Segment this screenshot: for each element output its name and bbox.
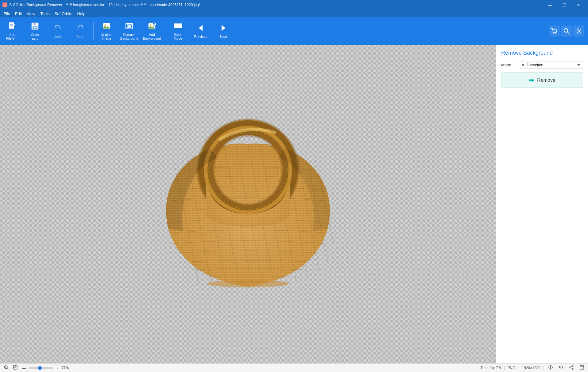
svg-line-30	[567, 32, 570, 34]
panel-title: Remove Background	[501, 50, 583, 56]
menu-help[interactable]: Help	[75, 11, 88, 17]
svg-point-15	[128, 25, 131, 28]
fullscreen-button[interactable]	[578, 364, 586, 371]
svg-marker-26	[222, 25, 225, 31]
status-bar-left: — + 77%	[2, 364, 72, 371]
redo-label: Redo	[76, 35, 84, 38]
next-label: Next	[220, 35, 227, 38]
svg-point-17	[150, 24, 152, 26]
svg-marker-25	[199, 25, 203, 31]
search-button[interactable]	[561, 25, 572, 37]
original-image-icon	[102, 22, 111, 32]
settings-button[interactable]	[573, 25, 584, 37]
original-image-label: Original Image	[101, 33, 112, 40]
add-file-icon	[8, 22, 17, 32]
zoom-out-button[interactable]: —	[21, 365, 28, 371]
zoom-slider-container: — +	[21, 365, 60, 371]
menu-bar: File Edit View Tools SoftOrbits Help	[0, 10, 588, 17]
title-bar-title: SoftOrbits Background Remover - ****Unre…	[9, 3, 200, 7]
zoom-level-label: 77%	[61, 366, 72, 370]
status-sep-2	[519, 366, 519, 370]
svg-rect-24	[178, 23, 182, 24]
batch-mode-label: Batch Mode	[174, 33, 182, 40]
main-content: Remove Background Mode AI Detection Colo…	[0, 45, 588, 363]
status-sep-1	[504, 366, 505, 370]
dimensions-label: 1920×1280	[522, 366, 540, 370]
svg-line-60	[7, 368, 8, 370]
save-as-button[interactable]: Save as...	[24, 19, 46, 43]
status-bar: — + 77% Time (s): 7.9 PNG 1920×1280	[0, 363, 588, 372]
zoom-fit-button[interactable]	[2, 364, 10, 371]
svg-rect-0	[9, 22, 14, 29]
menu-edit[interactable]: Edit	[13, 11, 24, 17]
redo-icon	[76, 24, 85, 33]
remove-background-icon	[125, 22, 133, 32]
menu-view[interactable]: View	[24, 11, 38, 17]
redo-button[interactable]: Redo	[69, 19, 91, 43]
save-as-label: Save as...	[31, 33, 39, 40]
svg-point-68	[572, 365, 573, 366]
svg-line-72	[571, 368, 572, 369]
canvas-area[interactable]	[0, 45, 496, 363]
image-canvas	[150, 108, 346, 300]
next-icon	[219, 24, 228, 33]
svg-point-67	[550, 366, 551, 367]
add-file-button[interactable]: Add File(s)...	[1, 19, 23, 43]
toolbar: Add File(s)... Save as... Undo	[0, 17, 588, 45]
menu-tools[interactable]: Tools	[38, 11, 52, 17]
add-background-label: Add Background	[143, 33, 161, 40]
batch-mode-icon	[174, 22, 182, 32]
previous-icon	[196, 24, 205, 33]
svg-point-27	[553, 33, 554, 34]
maximize-button[interactable]: ❐	[557, 0, 571, 10]
svg-point-69	[572, 368, 573, 370]
refresh-button[interactable]	[557, 364, 565, 371]
close-button[interactable]: ✕	[571, 0, 586, 10]
svg-rect-9	[34, 27, 36, 28]
previous-button[interactable]: Previous	[190, 19, 212, 43]
zoom-in-button[interactable]: +	[55, 365, 60, 371]
title-bar-left: SoftOrbits Background Remover - ****Unre…	[2, 2, 200, 7]
svg-rect-21	[174, 24, 178, 28]
time-label: Time (s): 7.9	[481, 366, 501, 370]
add-file-label: Add File(s)...	[6, 33, 18, 40]
remove-background-button[interactable]: Remove Background	[118, 19, 140, 43]
format-label: PNG	[508, 366, 516, 370]
title-bar-controls[interactable]: — ❐ ✕	[543, 0, 586, 10]
save-as-icon	[31, 22, 39, 32]
toolbar-right-section	[549, 25, 587, 37]
zoom-slider[interactable]	[29, 367, 53, 369]
title-bar: SoftOrbits Background Remover - ****Unre…	[0, 0, 588, 10]
svg-point-58	[207, 280, 289, 287]
undo-button[interactable]: Undo	[47, 19, 69, 43]
mode-label: Mode	[501, 63, 516, 67]
remove-button[interactable]: ➡ Remove	[501, 72, 583, 88]
next-button[interactable]: Next	[212, 19, 234, 43]
add-background-icon	[148, 22, 156, 32]
undo-label: Undo	[54, 35, 62, 38]
menu-file[interactable]: File	[1, 11, 13, 17]
svg-point-28	[555, 33, 556, 34]
minimize-button[interactable]: —	[543, 0, 557, 10]
remove-background-label: Remove Background	[120, 33, 138, 40]
status-sep-3	[544, 366, 544, 370]
share-button[interactable]	[568, 364, 575, 371]
cart-button[interactable]	[549, 25, 560, 37]
mode-select[interactable]: AI Detection Color Selection Manual	[519, 61, 583, 69]
mode-row: Mode AI Detection Color Selection Manual	[501, 61, 583, 69]
app-icon	[2, 2, 7, 7]
menu-softorbits[interactable]: SoftOrbits	[52, 11, 75, 17]
info-button[interactable]	[547, 364, 554, 371]
svg-point-31	[578, 30, 580, 32]
svg-rect-23	[174, 23, 178, 24]
svg-line-71	[571, 366, 572, 367]
right-panel: Remove Background Mode AI Detection Colo…	[496, 45, 588, 363]
remove-arrow-icon: ➡	[529, 76, 534, 84]
fit-window-button[interactable]	[12, 364, 19, 371]
status-bar-right: Time (s): 7.9 PNG 1920×1280	[481, 364, 586, 371]
svg-rect-7	[33, 23, 36, 25]
original-image-button[interactable]: Original Image	[95, 19, 118, 43]
svg-point-70	[570, 367, 571, 368]
batch-mode-button[interactable]: Batch Mode	[167, 19, 189, 43]
add-background-button[interactable]: Add Background	[141, 19, 163, 43]
